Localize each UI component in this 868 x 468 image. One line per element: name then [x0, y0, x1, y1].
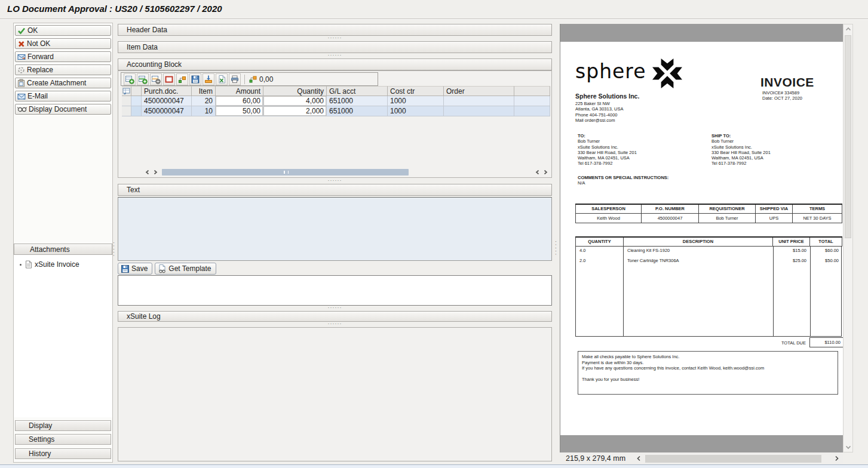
- scroll-down-icon[interactable]: [845, 445, 851, 449]
- account-assign-button[interactable]: [176, 73, 188, 85]
- scroll-left-button[interactable]: [533, 168, 541, 176]
- column-header-selection[interactable]: [131, 86, 142, 96]
- viewer-status-bar: 215,9 x 279,4 mm: [560, 452, 843, 464]
- document-preview-pane[interactable]: sphere Sphere Solutions Inc. 225 Baker S…: [560, 24, 843, 452]
- accounting-h-scrollbar: [121, 168, 549, 176]
- text-display-area[interactable]: [118, 197, 552, 261]
- cell-amount-input[interactable]: 50,00: [216, 106, 263, 116]
- invoice-item-row: 2.0 Toner Cartridge TNR306A $25.00 $50.0…: [576, 258, 841, 268]
- viewer-scroll-left-icon[interactable]: [636, 455, 642, 461]
- column-header-quantity[interactable]: Quantity: [263, 86, 327, 96]
- cell-item[interactable]: 10: [192, 106, 216, 116]
- attachments-header[interactable]: Attachments: [14, 244, 112, 255]
- cell-order[interactable]: [444, 106, 514, 116]
- forward-button[interactable]: Forward: [15, 51, 111, 62]
- scroll-right-button[interactable]: [151, 168, 159, 176]
- scroll-up-icon[interactable]: [845, 27, 851, 31]
- section-accounting-block[interactable]: Accounting Block: [118, 59, 552, 70]
- info-header-terms: TERMS: [793, 204, 842, 213]
- column-header-order[interactable]: Order: [444, 86, 514, 96]
- cell-purch-doc[interactable]: 4500000047: [142, 96, 192, 106]
- delete-row-button[interactable]: [150, 73, 162, 85]
- section-item-data[interactable]: Item Data: [118, 41, 552, 53]
- section-header-data[interactable]: Header Data: [118, 24, 552, 36]
- viewer-v-thumb[interactable]: [845, 35, 851, 238]
- splitter-handle[interactable]: ······: [118, 178, 552, 184]
- not-ok-button[interactable]: Not OK: [15, 38, 111, 49]
- save-icon: [121, 264, 130, 273]
- cell-amount-input[interactable]: 60,00: [216, 96, 263, 106]
- column-header-amount[interactable]: Amount: [216, 86, 263, 96]
- select-block-button[interactable]: [163, 73, 175, 85]
- splitter-handle[interactable]: ······: [118, 53, 552, 59]
- attachment-item-label: xSuite Invoice: [35, 260, 79, 269]
- cell-order[interactable]: [444, 96, 514, 106]
- panel-display[interactable]: Display: [15, 420, 111, 431]
- vendor-address-line: Atlanta, GA 30313, USA: [575, 106, 623, 112]
- panel-history[interactable]: History: [15, 448, 111, 459]
- ok-button[interactable]: OK: [15, 25, 111, 36]
- viewer-h-thumb[interactable]: [645, 455, 821, 463]
- import-button[interactable]: [203, 73, 214, 85]
- viewer-scroll-right-icon[interactable]: [834, 455, 839, 461]
- row-handle[interactable]: [122, 96, 131, 106]
- save-button[interactable]: Save: [118, 263, 152, 275]
- create-attachment-button[interactable]: Create Attachment: [15, 78, 111, 88]
- delete-row-icon: [151, 75, 161, 84]
- cell-purch-doc[interactable]: 4500000047: [142, 106, 192, 116]
- ok-button-label: OK: [27, 26, 38, 35]
- cell-item[interactable]: 20: [192, 96, 216, 106]
- cell-cost-ctr[interactable]: 1000: [388, 96, 444, 106]
- viewer-v-scrollbar[interactable]: [843, 24, 853, 452]
- scroll-left-button[interactable]: [143, 168, 151, 176]
- cell-quantity-input[interactable]: 4,000: [263, 96, 327, 106]
- display-document-button[interactable]: Display Document: [15, 104, 111, 115]
- select-all-button[interactable]: [122, 86, 131, 96]
- cell-quantity-input[interactable]: 2,000: [263, 106, 327, 116]
- column-header-gl-acct[interactable]: G/L acct: [327, 86, 388, 96]
- scroll-right-button[interactable]: [541, 168, 549, 176]
- viewer-h-track[interactable]: [645, 455, 830, 463]
- excel-export-button[interactable]: [216, 73, 228, 85]
- splitter-handle[interactable]: ······: [118, 322, 552, 327]
- page-title: LO Document Approval : US20 / 5105602297…: [7, 4, 222, 14]
- column-header-item[interactable]: Item: [192, 86, 216, 96]
- text-input[interactable]: [118, 275, 552, 306]
- sidebar-splitter[interactable]: ·····: [113, 235, 116, 252]
- cell-gl-acct[interactable]: 651000: [327, 96, 388, 106]
- insert-row-button[interactable]: [137, 73, 149, 85]
- get-template-button[interactable]: Get Template: [155, 263, 216, 275]
- splitter-handle[interactable]: ······: [118, 36, 552, 41]
- scroll-thumb[interactable]: [162, 169, 409, 176]
- replace-button[interactable]: Replace: [15, 64, 111, 75]
- save-rows-button[interactable]: [189, 73, 201, 85]
- cell-gl-acct[interactable]: 651000: [327, 106, 388, 116]
- splitter-handle[interactable]: ······: [118, 306, 552, 311]
- note-line: If you have any questions concerning thi…: [582, 365, 834, 371]
- comments-value: N/A: [578, 180, 668, 186]
- items-header-quantity: QUANTITY: [576, 237, 624, 246]
- section-xsuite-log[interactable]: xSuite Log: [118, 311, 552, 322]
- section-text[interactable]: Text: [118, 184, 552, 196]
- row-handle[interactable]: [122, 106, 131, 116]
- invoice-meta: INVOICE# 334589 Date: OCT 27, 2020: [762, 90, 802, 101]
- print-button[interactable]: [229, 73, 241, 85]
- append-row-button[interactable]: [124, 73, 136, 85]
- attachment-item-xsuite-invoice[interactable]: xSuite Invoice: [14, 259, 112, 270]
- select-all-icon: [122, 88, 130, 94]
- scroll-track[interactable]: [162, 169, 530, 176]
- save-button-label: Save: [131, 264, 148, 273]
- ship-to-line: Bob Turner: [711, 138, 771, 144]
- row-select-cell[interactable]: [131, 96, 142, 106]
- email-button[interactable]: E-Mail: [15, 91, 111, 101]
- comments-block: COMMENTS OR SPECIAL INSTRUCTIONS: N/A: [578, 175, 668, 186]
- panel-settings[interactable]: Settings: [15, 434, 111, 445]
- cell-cost-ctr[interactable]: 1000: [388, 106, 444, 116]
- column-header-purch-doc[interactable]: Purch.doc.: [142, 86, 192, 96]
- item-total: $50.00: [775, 258, 839, 263]
- info-header-shipped-via: SHIPPED VIA: [756, 204, 793, 213]
- column-header-cost-ctr[interactable]: Cost ctr: [388, 86, 444, 96]
- row-select-cell[interactable]: [131, 106, 142, 116]
- accounting-table: Purch.doc. Item Amount Quantity G/L acct…: [122, 86, 550, 116]
- viewer-splitter[interactable]: ·····: [555, 234, 559, 251]
